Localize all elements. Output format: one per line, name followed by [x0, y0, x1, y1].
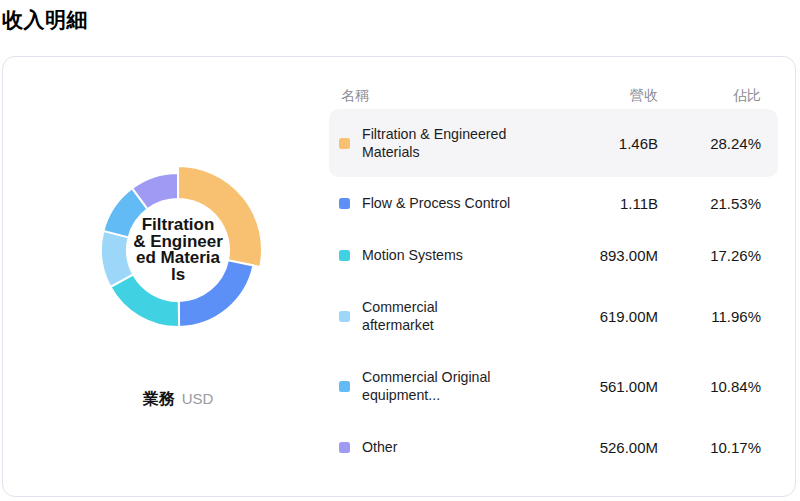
series-color-marker [339, 381, 350, 392]
chart-caption: 業務USD [68, 389, 288, 410]
series-name: Other [362, 438, 538, 456]
page-title: 收入明細 [0, 0, 800, 34]
header-name: 名稱 [341, 87, 538, 105]
table-row[interactable]: Filtration & Engineered Materials1.46B28… [329, 109, 778, 177]
series-revenue: 619.00M [538, 308, 658, 325]
pie-slice-0[interactable] [178, 166, 262, 267]
series-color-marker [339, 198, 350, 209]
revenue-breakdown-card: Filtration & Engineer ed Materia ls 業務US… [2, 56, 796, 497]
series-name: Commercial aftermarket [362, 298, 538, 334]
series-revenue: 561.00M [538, 378, 658, 395]
series-name: Filtration & Engineered Materials [362, 125, 538, 161]
table-row[interactable]: Commercial aftermarket619.00M11.96% [329, 281, 778, 351]
donut-chart-svg [68, 140, 288, 360]
series-revenue: 893.00M [538, 247, 658, 264]
series-share: 11.96% [658, 308, 761, 325]
series-revenue: 1.11B [538, 195, 658, 212]
series-share: 10.84% [658, 378, 761, 395]
table-row[interactable]: Flow & Process Control1.11B21.53% [329, 177, 778, 229]
series-color-marker [339, 442, 350, 453]
series-name: Commercial Original equipment... [362, 368, 538, 404]
header-share: 佔比 [658, 87, 761, 105]
currency-label: USD [182, 390, 214, 407]
pie-slice-1[interactable] [179, 260, 254, 327]
series-revenue: 1.46B [538, 135, 658, 152]
table-row[interactable]: Other526.00M10.17% [329, 421, 778, 473]
series-share: 17.26% [658, 247, 761, 264]
series-color-marker [339, 138, 350, 149]
series-share: 10.17% [658, 439, 761, 456]
legend-table: 名稱 營收 佔比 Filtration & Engineered Materia… [329, 57, 778, 473]
series-share: 21.53% [658, 195, 761, 212]
header-revenue: 營收 [538, 87, 658, 105]
series-name: Flow & Process Control [362, 194, 538, 212]
series-name: Motion Systems [362, 246, 538, 264]
legend-table-rows: Filtration & Engineered Materials1.46B28… [329, 109, 778, 473]
series-revenue: 526.00M [538, 439, 658, 456]
dimension-label: 業務 [143, 390, 175, 407]
legend-table-header: 名稱 營收 佔比 [329, 57, 778, 109]
table-row[interactable]: Motion Systems893.00M17.26% [329, 229, 778, 281]
table-row[interactable]: Commercial Original equipment...561.00M1… [329, 351, 778, 421]
series-color-marker [339, 311, 350, 322]
series-color-marker [339, 250, 350, 261]
series-share: 28.24% [658, 135, 761, 152]
donut-chart: Filtration & Engineer ed Materia ls [68, 140, 288, 360]
